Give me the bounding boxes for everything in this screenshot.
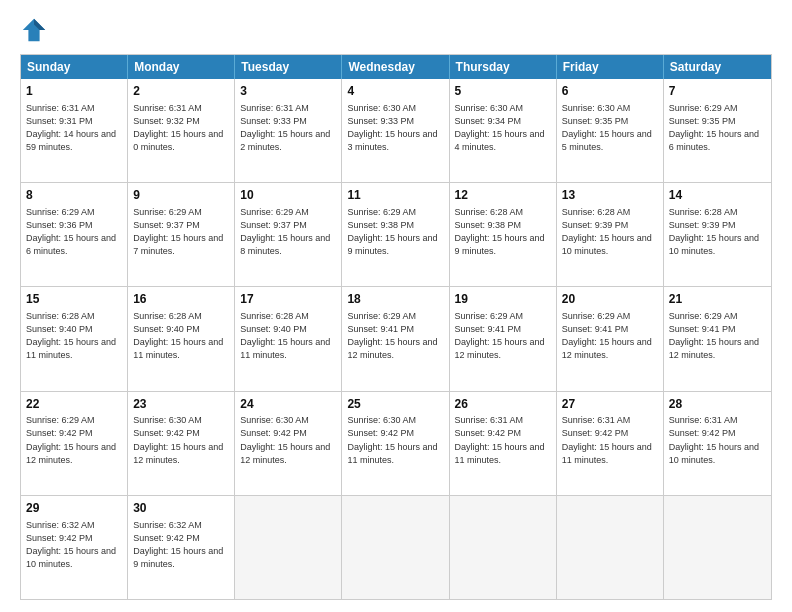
day-number: 12 [455, 187, 551, 204]
empty-cell [664, 496, 771, 599]
day-number: 13 [562, 187, 658, 204]
cell-info: Sunrise: 6:31 AM Sunset: 9:31 PM Dayligh… [26, 102, 122, 154]
day-cell-6: 6Sunrise: 6:30 AM Sunset: 9:35 PM Daylig… [557, 79, 664, 182]
cell-info: Sunrise: 6:30 AM Sunset: 9:42 PM Dayligh… [347, 414, 443, 466]
day-number: 11 [347, 187, 443, 204]
day-cell-18: 18Sunrise: 6:29 AM Sunset: 9:41 PM Dayli… [342, 287, 449, 390]
day-number: 25 [347, 396, 443, 413]
cell-info: Sunrise: 6:28 AM Sunset: 9:39 PM Dayligh… [669, 206, 766, 258]
cell-info: Sunrise: 6:28 AM Sunset: 9:38 PM Dayligh… [455, 206, 551, 258]
day-number: 18 [347, 291, 443, 308]
cell-info: Sunrise: 6:29 AM Sunset: 9:41 PM Dayligh… [455, 310, 551, 362]
header [20, 16, 772, 44]
cell-info: Sunrise: 6:29 AM Sunset: 9:36 PM Dayligh… [26, 206, 122, 258]
day-number: 21 [669, 291, 766, 308]
day-number: 27 [562, 396, 658, 413]
day-number: 24 [240, 396, 336, 413]
day-cell-14: 14Sunrise: 6:28 AM Sunset: 9:39 PM Dayli… [664, 183, 771, 286]
day-cell-2: 2Sunrise: 6:31 AM Sunset: 9:32 PM Daylig… [128, 79, 235, 182]
day-cell-25: 25Sunrise: 6:30 AM Sunset: 9:42 PM Dayli… [342, 392, 449, 495]
day-number: 20 [562, 291, 658, 308]
cell-info: Sunrise: 6:28 AM Sunset: 9:40 PM Dayligh… [240, 310, 336, 362]
cell-info: Sunrise: 6:29 AM Sunset: 9:41 PM Dayligh… [562, 310, 658, 362]
calendar-row-2: 15Sunrise: 6:28 AM Sunset: 9:40 PM Dayli… [21, 286, 771, 390]
calendar-row-0: 1Sunrise: 6:31 AM Sunset: 9:31 PM Daylig… [21, 79, 771, 182]
header-day-saturday: Saturday [664, 55, 771, 79]
day-cell-19: 19Sunrise: 6:29 AM Sunset: 9:41 PM Dayli… [450, 287, 557, 390]
day-number: 16 [133, 291, 229, 308]
day-cell-10: 10Sunrise: 6:29 AM Sunset: 9:37 PM Dayli… [235, 183, 342, 286]
day-cell-22: 22Sunrise: 6:29 AM Sunset: 9:42 PM Dayli… [21, 392, 128, 495]
header-day-sunday: Sunday [21, 55, 128, 79]
day-number: 23 [133, 396, 229, 413]
day-cell-23: 23Sunrise: 6:30 AM Sunset: 9:42 PM Dayli… [128, 392, 235, 495]
day-number: 5 [455, 83, 551, 100]
empty-cell [235, 496, 342, 599]
day-number: 26 [455, 396, 551, 413]
day-number: 10 [240, 187, 336, 204]
logo-icon [20, 16, 48, 44]
cell-info: Sunrise: 6:29 AM Sunset: 9:41 PM Dayligh… [347, 310, 443, 362]
day-cell-24: 24Sunrise: 6:30 AM Sunset: 9:42 PM Dayli… [235, 392, 342, 495]
day-cell-7: 7Sunrise: 6:29 AM Sunset: 9:35 PM Daylig… [664, 79, 771, 182]
cell-info: Sunrise: 6:30 AM Sunset: 9:34 PM Dayligh… [455, 102, 551, 154]
day-number: 9 [133, 187, 229, 204]
cell-info: Sunrise: 6:29 AM Sunset: 9:42 PM Dayligh… [26, 414, 122, 466]
day-number: 1 [26, 83, 122, 100]
day-number: 3 [240, 83, 336, 100]
day-number: 8 [26, 187, 122, 204]
day-number: 29 [26, 500, 122, 517]
header-day-wednesday: Wednesday [342, 55, 449, 79]
cell-info: Sunrise: 6:29 AM Sunset: 9:41 PM Dayligh… [669, 310, 766, 362]
day-number: 30 [133, 500, 229, 517]
day-cell-1: 1Sunrise: 6:31 AM Sunset: 9:31 PM Daylig… [21, 79, 128, 182]
header-day-thursday: Thursday [450, 55, 557, 79]
cell-info: Sunrise: 6:31 AM Sunset: 9:42 PM Dayligh… [562, 414, 658, 466]
header-day-monday: Monday [128, 55, 235, 79]
day-number: 6 [562, 83, 658, 100]
cell-info: Sunrise: 6:29 AM Sunset: 9:37 PM Dayligh… [240, 206, 336, 258]
day-cell-28: 28Sunrise: 6:31 AM Sunset: 9:42 PM Dayli… [664, 392, 771, 495]
calendar-body: 1Sunrise: 6:31 AM Sunset: 9:31 PM Daylig… [21, 79, 771, 599]
header-day-tuesday: Tuesday [235, 55, 342, 79]
day-cell-11: 11Sunrise: 6:29 AM Sunset: 9:38 PM Dayli… [342, 183, 449, 286]
empty-cell [557, 496, 664, 599]
logo [20, 16, 52, 44]
day-number: 4 [347, 83, 443, 100]
day-number: 19 [455, 291, 551, 308]
calendar-row-3: 22Sunrise: 6:29 AM Sunset: 9:42 PM Dayli… [21, 391, 771, 495]
cell-info: Sunrise: 6:29 AM Sunset: 9:38 PM Dayligh… [347, 206, 443, 258]
cell-info: Sunrise: 6:28 AM Sunset: 9:40 PM Dayligh… [26, 310, 122, 362]
cell-info: Sunrise: 6:32 AM Sunset: 9:42 PM Dayligh… [133, 519, 229, 571]
day-cell-5: 5Sunrise: 6:30 AM Sunset: 9:34 PM Daylig… [450, 79, 557, 182]
day-cell-4: 4Sunrise: 6:30 AM Sunset: 9:33 PM Daylig… [342, 79, 449, 182]
day-cell-27: 27Sunrise: 6:31 AM Sunset: 9:42 PM Dayli… [557, 392, 664, 495]
day-number: 14 [669, 187, 766, 204]
day-cell-26: 26Sunrise: 6:31 AM Sunset: 9:42 PM Dayli… [450, 392, 557, 495]
cell-info: Sunrise: 6:30 AM Sunset: 9:42 PM Dayligh… [133, 414, 229, 466]
cell-info: Sunrise: 6:32 AM Sunset: 9:42 PM Dayligh… [26, 519, 122, 571]
cell-info: Sunrise: 6:30 AM Sunset: 9:33 PM Dayligh… [347, 102, 443, 154]
calendar-row-4: 29Sunrise: 6:32 AM Sunset: 9:42 PM Dayli… [21, 495, 771, 599]
calendar: SundayMondayTuesdayWednesdayThursdayFrid… [20, 54, 772, 600]
cell-info: Sunrise: 6:30 AM Sunset: 9:35 PM Dayligh… [562, 102, 658, 154]
day-cell-8: 8Sunrise: 6:29 AM Sunset: 9:36 PM Daylig… [21, 183, 128, 286]
day-cell-29: 29Sunrise: 6:32 AM Sunset: 9:42 PM Dayli… [21, 496, 128, 599]
day-cell-12: 12Sunrise: 6:28 AM Sunset: 9:38 PM Dayli… [450, 183, 557, 286]
day-cell-20: 20Sunrise: 6:29 AM Sunset: 9:41 PM Dayli… [557, 287, 664, 390]
day-number: 15 [26, 291, 122, 308]
day-cell-9: 9Sunrise: 6:29 AM Sunset: 9:37 PM Daylig… [128, 183, 235, 286]
empty-cell [450, 496, 557, 599]
page: SundayMondayTuesdayWednesdayThursdayFrid… [0, 0, 792, 612]
cell-info: Sunrise: 6:31 AM Sunset: 9:42 PM Dayligh… [455, 414, 551, 466]
day-cell-16: 16Sunrise: 6:28 AM Sunset: 9:40 PM Dayli… [128, 287, 235, 390]
cell-info: Sunrise: 6:28 AM Sunset: 9:39 PM Dayligh… [562, 206, 658, 258]
day-number: 28 [669, 396, 766, 413]
cell-info: Sunrise: 6:31 AM Sunset: 9:42 PM Dayligh… [669, 414, 766, 466]
cell-info: Sunrise: 6:30 AM Sunset: 9:42 PM Dayligh… [240, 414, 336, 466]
day-cell-21: 21Sunrise: 6:29 AM Sunset: 9:41 PM Dayli… [664, 287, 771, 390]
day-cell-3: 3Sunrise: 6:31 AM Sunset: 9:33 PM Daylig… [235, 79, 342, 182]
day-cell-15: 15Sunrise: 6:28 AM Sunset: 9:40 PM Dayli… [21, 287, 128, 390]
day-cell-13: 13Sunrise: 6:28 AM Sunset: 9:39 PM Dayli… [557, 183, 664, 286]
cell-info: Sunrise: 6:28 AM Sunset: 9:40 PM Dayligh… [133, 310, 229, 362]
